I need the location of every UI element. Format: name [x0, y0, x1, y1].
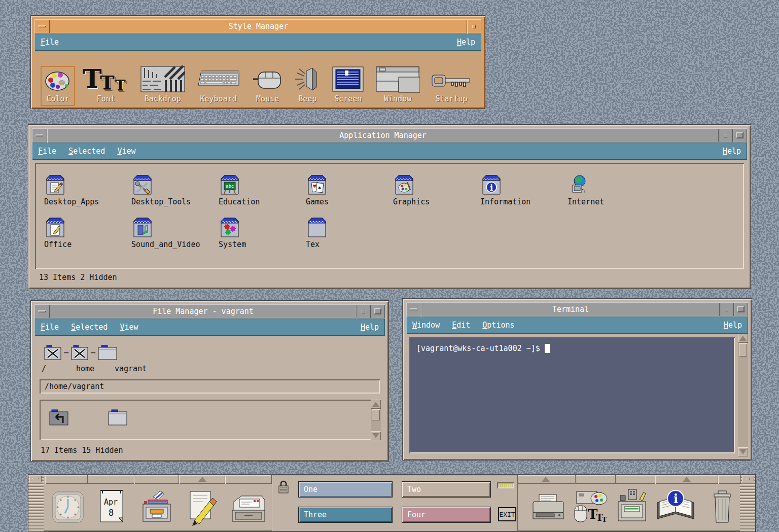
lock-icon[interactable] — [277, 479, 290, 495]
panel-help[interactable]: i — [653, 487, 698, 526]
panel-files[interactable] — [137, 488, 176, 525]
panel-notes[interactable] — [182, 487, 220, 526]
panel-left-minimize[interactable] — [29, 476, 42, 482]
go-up-folder-icon[interactable] — [48, 407, 70, 427]
app-tex[interactable]: Tex — [306, 217, 393, 249]
tool-backdrop[interactable]: Backdrop — [138, 64, 188, 105]
minimize-button[interactable] — [357, 304, 371, 318]
scrollbar-thumb[interactable] — [739, 343, 747, 357]
terminal-scrollbar[interactable] — [738, 334, 748, 456]
folder-vagrant-icon[interactable] — [96, 343, 119, 362]
maximize-button[interactable] — [733, 128, 747, 143]
app-system[interactable]: System — [219, 217, 306, 249]
file-manager-title[interactable]: File Manager - vagrant — [50, 304, 357, 318]
path-label-root[interactable]: / — [42, 364, 76, 376]
menu-file[interactable]: File — [41, 38, 59, 47]
workspace-one-button[interactable]: One — [298, 481, 393, 498]
panel-right-handle[interactable] — [740, 475, 755, 531]
menu-view[interactable]: View — [120, 323, 138, 332]
workspace-four-button[interactable]: Four — [402, 507, 491, 523]
panel-clock[interactable] — [50, 489, 86, 525]
application-manager-title[interactable]: Application Manager — [47, 128, 719, 143]
panel-printer[interactable] — [528, 491, 569, 525]
menu-help[interactable]: Help — [723, 147, 741, 156]
games-icon: ♥ ♠ — [306, 174, 328, 196]
location-field[interactable]: /home/vagrant — [40, 379, 380, 394]
front-panel: Apr 8 — [28, 474, 756, 532]
scroll-up-button[interactable] — [371, 400, 381, 409]
menu-options[interactable]: Options — [482, 321, 514, 330]
subpanel-arrow-note[interactable] — [179, 475, 225, 484]
scroll-down-button[interactable] — [371, 431, 381, 440]
folder-home-icon[interactable] — [69, 343, 90, 362]
subpanel-arrow-help[interactable] — [655, 475, 718, 484]
menu-view[interactable]: View — [117, 147, 135, 156]
menu-file[interactable]: File — [38, 147, 56, 156]
application-icons-pane: Desktop_Apps Desktop_Tools — [35, 163, 744, 269]
style-manager-title[interactable]: Style Manager — [50, 19, 467, 33]
terminal-title[interactable]: Terminal — [421, 302, 720, 316]
panel-style-manager[interactable]: T T T — [570, 489, 611, 525]
app-office[interactable]: Office — [44, 217, 131, 249]
folder-root-icon[interactable] — [43, 343, 63, 362]
app-education[interactable]: abc Education — [219, 174, 306, 206]
tool-color[interactable]: Color — [42, 67, 74, 105]
application-manager-menubar: File Selected View Help — [32, 143, 747, 160]
app-internet[interactable]: Internet — [568, 174, 655, 206]
window-menu-button[interactable] — [34, 304, 50, 318]
panel-left-handle[interactable] — [28, 475, 44, 531]
tool-font[interactable]: T T T T T T Font — [80, 65, 132, 105]
app-sound-and-video[interactable]: Sound_and_Video — [131, 217, 219, 249]
application-manager-titlebar: Application Manager — [32, 128, 747, 143]
tool-beep[interactable]: Beep — [292, 65, 323, 105]
app-games[interactable]: ♥ ♠ Games — [306, 174, 393, 206]
terminal-prompt: [vagrant@wks-ca-ut1a002 ~]$ — [416, 344, 540, 353]
window-menu-button[interactable] — [34, 19, 50, 33]
panel-calendar[interactable]: Apr 8 — [93, 487, 130, 526]
terminal-screen[interactable]: [vagrant@wks-ca-ut1a002 ~]$ — [409, 337, 735, 453]
style-manager-menubar: File Help — [34, 33, 481, 51]
tool-keyboard[interactable]: Keyboard — [194, 65, 243, 105]
app-desktop-apps[interactable]: Desktop_Apps — [44, 174, 131, 206]
tool-mouse[interactable]: Mouse — [250, 67, 286, 105]
subpanel-arrow-printer[interactable] — [515, 475, 576, 484]
svg-text:♥: ♥ — [313, 183, 316, 190]
scroll-up-button[interactable] — [738, 334, 748, 343]
path-label-home[interactable]: home — [76, 364, 115, 376]
panel-mail[interactable] — [227, 492, 270, 525]
exit-button[interactable]: EXIT — [498, 507, 516, 521]
tool-startup[interactable]: Startup — [429, 69, 474, 105]
menu-window[interactable]: Window — [412, 321, 440, 330]
folder-icon[interactable] — [107, 407, 129, 427]
maximize-button[interactable] — [371, 304, 385, 318]
panel-applications[interactable] — [613, 488, 651, 525]
app-desktop-tools[interactable]: Desktop_Tools — [131, 174, 219, 206]
menu-help[interactable]: Help — [457, 38, 475, 47]
app-information[interactable]: i Information — [480, 174, 568, 206]
maximize-button[interactable] — [734, 302, 748, 316]
minimize-button[interactable] — [467, 19, 481, 33]
panel-right-minimize[interactable] — [742, 476, 754, 482]
window-icon — [375, 65, 420, 93]
scroll-down-button[interactable] — [738, 447, 748, 456]
workspace-two-button[interactable]: Two — [402, 481, 491, 498]
tool-window[interactable]: Window — [373, 64, 422, 105]
path-label-vagrant[interactable]: vagrant — [115, 364, 147, 376]
menu-selected[interactable]: Selected — [68, 147, 105, 156]
panel-trash[interactable] — [703, 489, 741, 525]
file-manager-window: File Manager - vagrant File Selected Vie… — [30, 300, 389, 462]
menu-file[interactable]: File — [41, 323, 59, 332]
scrollbar-thumb[interactable] — [372, 409, 380, 420]
window-menu-button[interactable] — [406, 302, 421, 316]
file-pane-scrollbar[interactable] — [371, 400, 381, 440]
workspace-three-button[interactable]: Three — [298, 507, 393, 523]
minimize-button[interactable] — [720, 302, 734, 316]
menu-selected[interactable]: Selected — [71, 323, 108, 332]
menu-edit[interactable]: Edit — [452, 321, 470, 330]
menu-help[interactable]: Help — [361, 323, 379, 332]
menu-help[interactable]: Help — [724, 321, 742, 330]
app-graphics[interactable]: Graphics — [393, 174, 480, 206]
window-menu-button[interactable] — [32, 128, 47, 143]
tool-screen[interactable]: Screen — [329, 64, 367, 105]
minimize-button[interactable] — [719, 128, 733, 143]
